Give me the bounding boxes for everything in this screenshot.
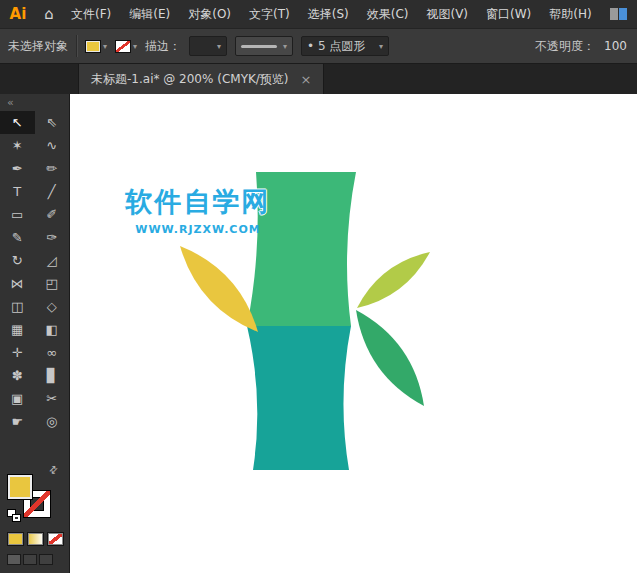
tool-scale[interactable]: ◿ — [35, 249, 70, 272]
swap-fill-stroke-icon[interactable]: ⇄ — [46, 463, 60, 477]
tool-symbol-sprayer[interactable]: ✽ — [0, 364, 35, 387]
brush-definition-select[interactable]: • 5 点圆形 ▾ — [301, 36, 389, 56]
leaf-right-bottom-shape[interactable] — [356, 310, 424, 406]
tool-eyedropper[interactable]: ✛ — [0, 341, 35, 364]
tool-width[interactable]: ⋈ — [0, 272, 35, 295]
stroke-label: 描边： — [145, 38, 181, 55]
chevron-down-icon: ▾ — [103, 42, 107, 51]
menu-item[interactable]: 窗口(W) — [477, 0, 540, 28]
tool-mesh[interactable]: ▦ — [0, 318, 35, 341]
bamboo-trunk-top-shape[interactable] — [247, 172, 356, 326]
tool-line-segment[interactable]: ╱ — [35, 180, 70, 203]
document-tab-bar: 未标题-1.ai* @ 200% (CMYK/预览) × — [0, 64, 637, 94]
fill-color-picker[interactable]: ▾ — [85, 40, 107, 53]
menubar: Ai ⌂ 文件(F)编辑(E)对象(O)文字(T)选择(S)效果(C)视图(V)… — [0, 0, 637, 28]
document-tab-label: 未标题-1.ai* @ 200% (CMYK/预览) — [91, 71, 289, 88]
chevron-down-icon: ▾ — [379, 42, 383, 51]
tool-perspective-grid[interactable]: ◇ — [35, 295, 70, 318]
tool-type[interactable]: T — [0, 180, 35, 203]
tool-column-graph[interactable]: ▊ — [35, 364, 70, 387]
tool-rotate[interactable]: ↻ — [0, 249, 35, 272]
chevron-down-icon: ▾ — [283, 42, 287, 51]
toolbar-collapse-icon[interactable]: « — [0, 94, 69, 111]
workspace-layout-icon[interactable] — [610, 8, 627, 20]
bamboo-trunk-bottom-shape[interactable] — [247, 326, 351, 470]
menu-item[interactable]: 编辑(E) — [120, 0, 179, 28]
tool-shape-builder[interactable]: ◫ — [0, 295, 35, 318]
fill-stroke-widget: ⇄ — [7, 466, 61, 520]
tool-pen[interactable]: ✒ — [0, 157, 35, 180]
tool-direct-selection[interactable]: ⇖ — [35, 111, 70, 134]
tool-slice[interactable]: ✂ — [35, 387, 70, 410]
main-area: « ↖⇖✶∿✒✏T╱▭✐✎✑↻◿⋈◰◫◇▦◧✛∞✽▊▣✂☛◎ ⇄ — [0, 94, 637, 573]
draw-normal-button[interactable] — [7, 554, 21, 565]
gradient-mode-button[interactable] — [27, 532, 44, 546]
tool-pencil[interactable]: ✑ — [35, 226, 70, 249]
tool-shaper[interactable]: ✎ — [0, 226, 35, 249]
tool-curvature[interactable]: ✏ — [35, 157, 70, 180]
toolbar-bottom: ⇄ — [0, 466, 69, 573]
tool-magic-wand[interactable]: ✶ — [0, 134, 35, 157]
tool-panel: « ↖⇖✶∿✒✏T╱▭✐✎✑↻◿⋈◰◫◇▦◧✛∞✽▊▣✂☛◎ ⇄ — [0, 94, 70, 573]
menu-item[interactable]: 文字(T) — [240, 0, 299, 28]
draw-inside-button[interactable] — [39, 554, 53, 565]
stroke-weight-select[interactable]: ▾ — [189, 36, 227, 56]
bamboo-artwork — [70, 94, 637, 573]
draw-behind-button[interactable] — [23, 554, 37, 565]
tool-free-transform[interactable]: ◰ — [35, 272, 70, 295]
default-fill-stroke-icon[interactable] — [7, 509, 21, 522]
tool-lasso[interactable]: ∿ — [35, 134, 70, 157]
width-profile-preview — [241, 45, 277, 48]
tool-artboard[interactable]: ▣ — [0, 387, 35, 410]
opacity-label: 不透明度： — [535, 38, 595, 55]
no-selection-label: 未选择对象 — [8, 38, 68, 55]
menubar-right — [610, 8, 637, 20]
menu-item[interactable]: 帮助(H) — [540, 0, 600, 28]
leaf-left-shape[interactable] — [180, 246, 258, 332]
home-icon[interactable]: ⌂ — [36, 5, 62, 23]
draw-mode-buttons — [7, 554, 69, 565]
document-tab[interactable]: 未标题-1.ai* @ 200% (CMYK/预览) × — [78, 64, 324, 94]
canvas[interactable]: 软件自学网 WWW.RJZXW.COM — [70, 94, 637, 573]
tools-grid: ↖⇖✶∿✒✏T╱▭✐✎✑↻◿⋈◰◫◇▦◧✛∞✽▊▣✂☛◎ — [0, 111, 69, 433]
fill-indicator[interactable] — [7, 474, 33, 500]
chevron-down-icon: ▾ — [217, 42, 221, 51]
tool-hand[interactable]: ☛ — [0, 410, 35, 433]
illustrator-app: Ai ⌂ 文件(F)编辑(E)对象(O)文字(T)选择(S)效果(C)视图(V)… — [0, 0, 637, 573]
tool-gradient[interactable]: ◧ — [35, 318, 70, 341]
tool-zoom[interactable]: ◎ — [35, 410, 70, 433]
chevron-down-icon: ▾ — [133, 42, 137, 51]
brush-definition-value: • 5 点圆形 — [307, 38, 365, 55]
tool-paintbrush[interactable]: ✐ — [35, 203, 70, 226]
width-profile-select[interactable]: ▾ — [235, 36, 293, 56]
app-logo[interactable]: Ai — [0, 5, 36, 23]
control-bar: 未选择对象 ▾ ▾ 描边： ▾ ▾ • 5 点圆形 ▾ 不透明度： 100 — [0, 28, 637, 64]
opacity-input[interactable]: 100 — [603, 39, 629, 53]
none-mode-button[interactable] — [47, 532, 64, 546]
menu: 文件(F)编辑(E)对象(O)文字(T)选择(S)效果(C)视图(V)窗口(W)… — [62, 0, 601, 28]
tool-blend[interactable]: ∞ — [35, 341, 70, 364]
separator — [76, 35, 77, 57]
menu-item[interactable]: 效果(C) — [358, 0, 418, 28]
menu-item[interactable]: 选择(S) — [299, 0, 358, 28]
color-mode-buttons — [7, 532, 69, 546]
menu-item[interactable]: 对象(O) — [179, 0, 240, 28]
menu-item[interactable]: 文件(F) — [62, 0, 120, 28]
stroke-color-picker[interactable]: ▾ — [115, 40, 137, 53]
tab-close-icon[interactable]: × — [301, 73, 312, 86]
fill-swatch[interactable] — [85, 40, 101, 53]
menu-item[interactable]: 视图(V) — [417, 0, 477, 28]
tool-selection[interactable]: ↖ — [0, 111, 35, 134]
stroke-none-swatch[interactable] — [115, 40, 131, 53]
color-mode-button[interactable] — [7, 532, 24, 546]
leaf-right-top-shape[interactable] — [357, 252, 430, 308]
tool-rectangle[interactable]: ▭ — [0, 203, 35, 226]
